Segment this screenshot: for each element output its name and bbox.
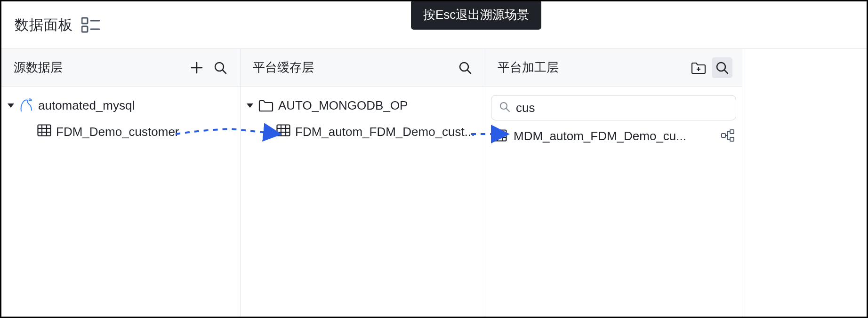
svg-rect-2 [82, 26, 88, 32]
caret-down-icon[interactable] [7, 103, 15, 108]
svg-line-23 [724, 70, 728, 73]
new-folder-button[interactable] [688, 57, 709, 78]
svg-rect-15 [277, 125, 290, 135]
svg-rect-26 [494, 130, 506, 141]
column-source: 源数据层 automated_mysql [1, 49, 241, 317]
table-label: FDM_autom_FDM_Demo_cust... [295, 125, 474, 139]
svg-line-25 [506, 109, 509, 111]
page-title: 数据面板 [15, 16, 73, 35]
table-icon [493, 129, 507, 143]
tree-node-folder[interactable]: AUTO_MONGODB_OP [246, 95, 479, 116]
tree-node-table[interactable]: FDM_autom_FDM_Demo_cust... [276, 122, 479, 141]
table-icon [37, 124, 51, 140]
column-header-cache: 平台缓存层 [241, 49, 485, 87]
column-title-source: 源数据层 [14, 59, 186, 76]
mysql-icon [19, 97, 33, 113]
column-process: 平台加工层 MDM_autom_FDM_De [485, 49, 742, 317]
caret-down-icon[interactable] [246, 103, 254, 108]
svg-rect-0 [82, 18, 88, 24]
columns-container: 源数据层 automated_mysql [1, 48, 867, 317]
column-body-process: MDM_autom_FDM_Demo_cu... [485, 87, 742, 317]
search-icon [499, 101, 510, 114]
column-cache: 平台缓存层 AUTO_MONGODB_OP FDM_ [241, 49, 485, 317]
table-label: MDM_autom_FDM_Demo_cu... [514, 129, 715, 143]
tree-node-database[interactable]: automated_mysql [7, 95, 234, 116]
top-bar: 数据面板 按Esc退出溯源场景 [1, 1, 867, 48]
column-body-cache: AUTO_MONGODB_OP FDM_autom_FDM_Demo_cust.… [241, 87, 485, 317]
layout-toggle-icon[interactable] [81, 17, 100, 33]
tree-node-table[interactable]: MDM_autom_FDM_Demo_cu... [491, 125, 736, 147]
add-button[interactable] [186, 57, 207, 78]
column-title-cache: 平台缓存层 [253, 59, 455, 76]
svg-rect-33 [730, 137, 734, 141]
folder-icon [258, 99, 273, 112]
svg-line-14 [467, 70, 471, 73]
db-label: automated_mysql [38, 98, 135, 113]
esc-tooltip: 按Esc退出溯源场景 [411, 0, 541, 30]
column-title-process: 平台加工层 [498, 59, 688, 76]
svg-rect-31 [722, 134, 725, 137]
svg-point-24 [500, 103, 507, 109]
search-button[interactable] [455, 57, 475, 78]
search-button[interactable] [210, 57, 231, 78]
folder-label: AUTO_MONGODB_OP [278, 98, 408, 113]
search-button-active[interactable] [712, 57, 732, 78]
lineage-icon[interactable] [721, 129, 734, 143]
column-body-source: automated_mysql FDM_Demo_customer [1, 87, 240, 317]
column-header-process: 平台加工层 [485, 49, 742, 87]
tree-node-table[interactable]: FDM_Demo_customer [37, 122, 234, 141]
svg-rect-32 [730, 130, 734, 134]
table-icon [276, 124, 290, 140]
column-header-source: 源数据层 [1, 49, 240, 87]
search-input[interactable] [516, 101, 728, 115]
search-input-box[interactable] [491, 95, 736, 120]
table-label: FDM_Demo_customer [56, 125, 179, 139]
svg-line-7 [223, 70, 226, 73]
svg-rect-8 [38, 125, 51, 135]
